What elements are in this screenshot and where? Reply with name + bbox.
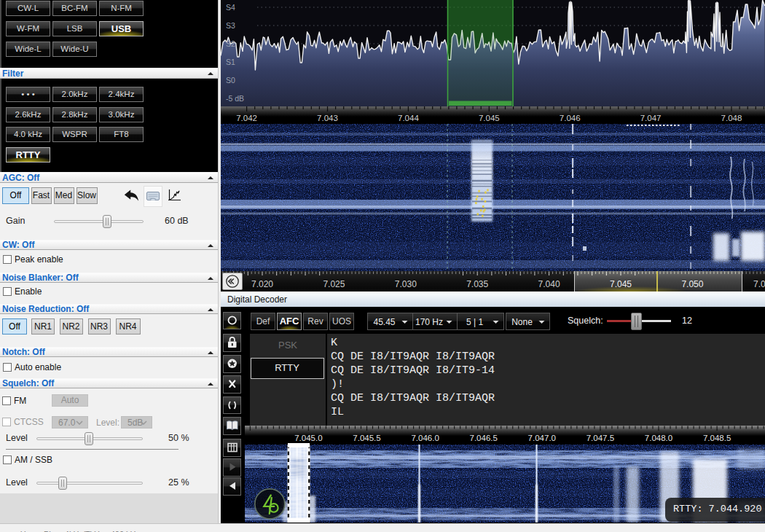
svg-text:7.045: 7.045: [610, 279, 632, 289]
svg-text:7.035: 7.035: [466, 279, 488, 289]
svg-text:7.043: 7.043: [317, 114, 338, 122]
svg-text:7.048: 7.048: [721, 114, 742, 122]
svg-text:S4: S4: [226, 3, 235, 12]
svg-text:7.025: 7.025: [323, 279, 345, 289]
svg-text:7.045.0: 7.045.0: [294, 434, 322, 442]
svg-text:7.047: 7.047: [640, 114, 662, 122]
svg-text:S2: S2: [226, 39, 235, 48]
svg-text:7.047.0: 7.047.0: [528, 434, 556, 442]
svg-text:S1: S1: [226, 58, 235, 66]
svg-text:7.046: 7.046: [560, 114, 581, 122]
svg-text:7.045: 7.045: [479, 114, 500, 122]
svg-text:S0: S0: [226, 76, 235, 85]
svg-text:S3: S3: [226, 21, 235, 30]
svg-text:7.040: 7.040: [538, 279, 560, 289]
svg-text:7.048.5: 7.048.5: [703, 434, 731, 442]
svg-text:7.044: 7.044: [398, 114, 419, 122]
svg-text:7.046.0: 7.046.0: [411, 434, 439, 442]
svg-text:7.020: 7.020: [251, 279, 273, 289]
svg-text:7.030: 7.030: [395, 279, 417, 289]
svg-text:7.047.5: 7.047.5: [586, 434, 614, 442]
svg-text:7.046.5: 7.046.5: [470, 434, 498, 442]
svg-text:-5 dB: -5 dB: [226, 94, 244, 103]
svg-text:7.048.0: 7.048.0: [645, 434, 672, 442]
svg-text:7.042: 7.042: [236, 114, 257, 122]
svg-text:7.0: 7.0: [753, 279, 765, 289]
svg-text:7.045.5: 7.045.5: [353, 434, 380, 442]
svg-text:7.050: 7.050: [681, 279, 703, 289]
